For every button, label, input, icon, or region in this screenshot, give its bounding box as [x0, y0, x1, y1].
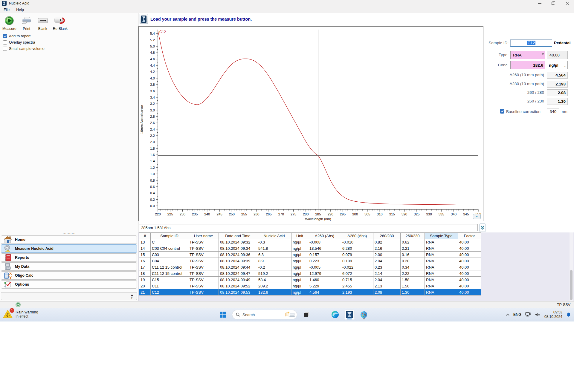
- cell: 12.979: [308, 270, 341, 277]
- blank-button[interactable]: Blank: [36, 15, 49, 31]
- table-row[interactable]: 15C03TP-SSV08.10.2024 09:366.3ng/µl0.157…: [139, 252, 481, 258]
- baseline-unit-label: nm: [562, 109, 567, 114]
- svg-text:0.0: 0.0: [150, 204, 155, 208]
- search-input[interactable]: Search: [232, 310, 297, 319]
- search-icon: [236, 313, 240, 317]
- results-table: #Sample IDUser nameDate and TimeNucleic …: [139, 232, 481, 295]
- svg-text:290: 290: [328, 212, 333, 216]
- volume-icon[interactable]: [535, 313, 541, 317]
- notification-bell-icon[interactable]: [566, 312, 571, 317]
- cell: 1.460: [308, 277, 341, 283]
- svg-text:225: 225: [167, 212, 173, 216]
- svg-text:2.4: 2.4: [150, 128, 155, 131]
- network-icon[interactable]: [525, 312, 531, 317]
- type-select[interactable]: RNA: [510, 51, 545, 59]
- sidebar-item-options[interactable]: Options: [1, 280, 137, 289]
- table-row[interactable]: 20C11TP-SSV08.10.2024 09:52209.2ng/µl5.2…: [139, 283, 481, 289]
- cell: -0.005: [308, 264, 341, 270]
- column-header[interactable]: Sample ID: [151, 233, 188, 239]
- column-header[interactable]: Date and Time: [219, 233, 257, 239]
- chart-collapse-button[interactable]: «: [473, 214, 481, 219]
- table-row[interactable]: 17C11 12 15 controlTP-SSV08.10.2024 09:4…: [139, 264, 481, 270]
- svg-text:335: 335: [439, 212, 444, 216]
- table-row[interactable]: 13CTP-SSV08.10.2024 09:32-0.3ng/µl-0.008…: [139, 239, 481, 245]
- sidebar-item-my-data[interactable]: My Data: [1, 262, 137, 271]
- small-sample-volume-checkbox[interactable]: Small sample volume: [3, 45, 45, 52]
- baseline-wavelength-field[interactable]: 340: [547, 108, 559, 115]
- checkbox-icon: [3, 47, 7, 51]
- sidebar-item-measure-nucleic-acid[interactable]: Measure Nucleic Acid: [1, 244, 137, 253]
- svg-text:230: 230: [180, 212, 185, 216]
- table-scrollbar[interactable]: [570, 232, 573, 301]
- sidebar-item-oligo-calc[interactable]: Oligo Calc: [1, 271, 137, 280]
- sample-id-label: Sample ID:: [483, 41, 509, 45]
- column-header[interactable]: Sample Type: [425, 233, 458, 239]
- cell: ng/µl: [291, 264, 308, 270]
- cell: 2.455: [341, 283, 373, 289]
- baseline-correction-checkbox[interactable]: [500, 109, 504, 114]
- cell: 40.00: [458, 258, 481, 264]
- svg-text:2.6: 2.6: [150, 121, 155, 125]
- paint-app-icon[interactable]: [359, 310, 369, 320]
- conc-unit-select[interactable]: ng/µl⌄: [547, 61, 568, 69]
- cell: 18: [139, 270, 151, 277]
- table-row[interactable]: 21C12TP-SSV08.10.2024 09:53182.6ng/µl4.5…: [139, 289, 481, 295]
- sample-id-input[interactable]: C12: [510, 39, 552, 47]
- conc-label: Conc.: [483, 63, 509, 67]
- table-row[interactable]: 16C04TP-SSV08.10.2024 09:398.9ng/µl0.223…: [139, 258, 481, 264]
- cell: 5.229: [308, 283, 341, 289]
- cell: 2.13: [373, 283, 401, 289]
- factor-field[interactable]: 40.00: [547, 51, 568, 59]
- sidebar-item-reports[interactable]: Reports: [1, 253, 137, 262]
- chevron-down-icon: [542, 53, 544, 55]
- metric-value: 4.564: [547, 72, 568, 79]
- tray-expand-icon[interactable]: [506, 313, 509, 316]
- re-blank-button[interactable]: Re-Blank: [52, 15, 68, 31]
- menu-file[interactable]: File: [4, 8, 10, 12]
- column-header[interactable]: 260/230: [401, 233, 425, 239]
- table-row[interactable]: 14C03 C04 controlTP-SSV08.10.2024 09:345…: [139, 245, 481, 252]
- nucleic-acid-app-icon[interactable]: [344, 310, 355, 320]
- nav-footer: »▾: [1, 292, 137, 300]
- svg-text:0.8: 0.8: [150, 179, 155, 182]
- column-header[interactable]: Factor: [458, 233, 481, 239]
- column-header[interactable]: Unit: [291, 233, 308, 239]
- restore-button[interactable]: [546, 0, 560, 7]
- start-button[interactable]: [218, 310, 228, 320]
- splitter-handle[interactable]: ··········: [0, 233, 138, 235]
- add-to-report-checkbox[interactable]: Add to report: [3, 33, 45, 39]
- clock[interactable]: 09:53 08.10.2024: [544, 310, 562, 319]
- column-header[interactable]: #: [139, 233, 151, 239]
- cell: 40.00: [458, 270, 481, 277]
- measure-button[interactable]: Measure: [2, 15, 17, 31]
- weather-widget[interactable]: 1 Rain warning In effect: [3, 309, 38, 319]
- active-app-indicator: [347, 318, 352, 319]
- column-header[interactable]: Nucleic Acid: [257, 233, 291, 239]
- svg-text:240: 240: [204, 212, 210, 216]
- minimize-button[interactable]: [533, 0, 546, 7]
- column-header[interactable]: User name: [188, 233, 219, 239]
- desktops-icon[interactable]: [301, 310, 312, 320]
- cell: 0.109: [341, 258, 373, 264]
- taskbar: 1 Rain warning In effect Search: [0, 308, 574, 321]
- scrollbar-thumb[interactable]: [570, 270, 573, 300]
- edge-browser-icon[interactable]: [330, 310, 340, 320]
- cell: 2.04: [373, 277, 401, 283]
- cell: 6.3: [257, 252, 291, 258]
- language-indicator[interactable]: ENG: [513, 313, 521, 317]
- overlay-spectra-checkbox[interactable]: Overlay spectra: [3, 39, 45, 45]
- svg-text:5.4: 5.4: [150, 32, 155, 35]
- column-header[interactable]: A280 (Abs): [341, 233, 373, 239]
- column-header[interactable]: A260 (Abs): [308, 233, 341, 239]
- table-expand-button[interactable]: [479, 223, 486, 232]
- print-button[interactable]: Print: [20, 15, 33, 31]
- spectrum-chart[interactable]: 2202252302352402452502552602652702752802…: [139, 27, 483, 221]
- close-button[interactable]: [560, 0, 574, 7]
- column-header[interactable]: 260/280: [373, 233, 401, 239]
- sidebar-item-home[interactable]: Home: [1, 235, 137, 244]
- table-row[interactable]: 19C15TP-SSV08.10.2024 09:4958.4ng/µl1.46…: [139, 277, 481, 283]
- table-row[interactable]: 18C11 12 15 controlTP-SSV08.10.2024 09:4…: [139, 270, 481, 277]
- menu-help[interactable]: Help: [16, 8, 24, 12]
- nav-expand-button[interactable]: »▾: [131, 293, 133, 299]
- cell: 08.10.2024 09:39: [219, 258, 257, 264]
